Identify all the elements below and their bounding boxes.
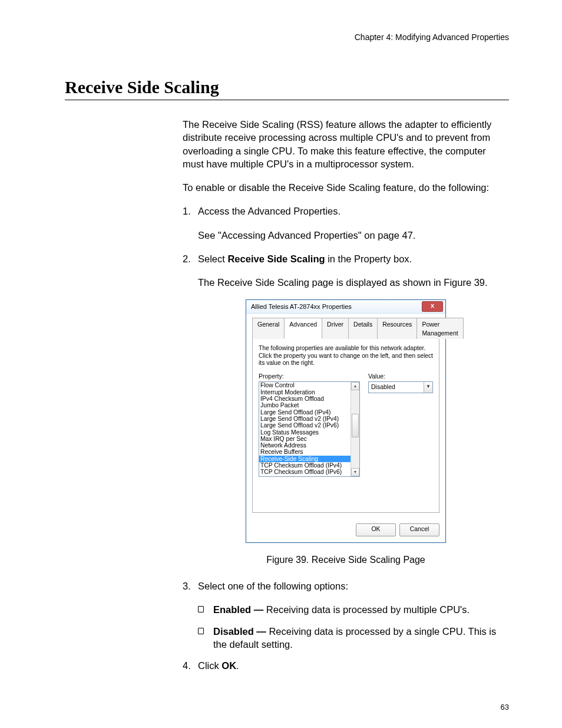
step-2: 2. Select Receive Side Scaling in the Pr… [183, 252, 509, 289]
step-4-number: 4. [183, 659, 198, 672]
property-listbox[interactable]: Flow ControlInterrupt ModerationIPv4 Che… [259, 381, 360, 477]
step-2-number: 2. [183, 252, 198, 289]
properties-dialog: Allied Telesis AT-2874xx Properties x Ge… [246, 299, 446, 543]
step-2-line-1: Select Receive Side Scaling in the Prope… [198, 252, 509, 265]
dialog-tabs: General Advanced Driver Details Resource… [252, 317, 439, 338]
property-list-item[interactable]: Large Send Offload v2 (IPv4) [259, 416, 351, 422]
lead-paragraph: To enable or disable the Receive Side Sc… [183, 181, 509, 194]
cancel-button[interactable]: Cancel [399, 523, 439, 536]
listbox-scrollbar[interactable]: ▴ ▾ [351, 382, 359, 476]
value-label: Value: [368, 372, 433, 380]
ok-button[interactable]: OK [356, 523, 396, 536]
intro-paragraph: The Receive Side Scaling (RSS) feature a… [183, 118, 509, 170]
panel-description: The following properties are available f… [259, 345, 433, 368]
property-list-item[interactable]: IPv4 Checksum Offload [259, 396, 351, 402]
step-1-line-2: See "Accessing Advanced Properties" on p… [198, 229, 509, 242]
chapter-header: Chapter 4: Modifying Advanced Properties [65, 32, 509, 42]
step-4: 4. Click OK. [183, 659, 509, 672]
close-icon[interactable]: x [422, 301, 443, 312]
step-3: 3. Select one of the following options: [183, 579, 509, 592]
page-number: 63 [501, 703, 509, 711]
tab-details[interactable]: Details [348, 318, 378, 338]
tab-power-management[interactable]: Power Management [416, 318, 463, 338]
step-1-number: 1. [183, 205, 198, 242]
chevron-down-icon[interactable]: ▼ [424, 382, 432, 393]
tab-advanced[interactable]: Advanced [284, 318, 322, 338]
figure-39: Allied Telesis AT-2874xx Properties x Ge… [183, 299, 509, 566]
property-list-item[interactable]: Log Status Messages [259, 429, 351, 436]
tab-resources[interactable]: Resources [377, 318, 417, 338]
section-title: Receive Side Scaling [65, 77, 509, 100]
step-1-line-1: Access the Advanced Properties. [198, 205, 509, 218]
tab-general[interactable]: General [252, 318, 285, 338]
property-list-item[interactable]: Flow Control [259, 382, 351, 388]
checkbox-icon [198, 606, 204, 612]
tab-panel-advanced: The following properties are available f… [252, 339, 439, 513]
property-list-item[interactable]: Jumbo Packet [259, 402, 351, 409]
body-column: The Receive Side Scaling (RSS) feature a… [183, 118, 509, 672]
property-label: Property: [259, 372, 360, 380]
tab-driver[interactable]: Driver [322, 318, 349, 338]
scroll-up-icon[interactable]: ▴ [351, 382, 359, 390]
step-3-line-1: Select one of the following options: [198, 579, 509, 592]
step-3-option-disabled: Disabled — Receiving data is processed b… [198, 625, 509, 651]
step-4-line-1: Click OK. [198, 659, 509, 672]
step-2-line-2: The Receive Side Scaling page is display… [198, 276, 509, 289]
property-list-item[interactable]: Interrupt Moderation [259, 389, 351, 396]
dialog-titlebar[interactable]: Allied Telesis AT-2874xx Properties x [246, 300, 445, 314]
step-1: 1. Access the Advanced Properties. See "… [183, 205, 509, 242]
property-list-item[interactable]: Max IRQ per Sec [259, 436, 351, 442]
value-dropdown-text: Disabled [369, 382, 424, 393]
property-list-item[interactable]: TCP Checksum Offload (IPv4) [259, 462, 351, 469]
property-list-item[interactable]: Network Address [259, 442, 351, 449]
checkbox-icon [198, 628, 204, 634]
step-3-option-enabled: Enabled — Receiving data is processed by… [198, 603, 509, 616]
page: Chapter 4: Modifying Advanced Properties… [0, 0, 562, 728]
property-list-item[interactable]: Receive Buffers [259, 449, 351, 455]
scroll-down-icon[interactable]: ▾ [351, 468, 359, 476]
figure-caption: Figure 39. Receive Side Scaling Page [183, 554, 509, 566]
scroll-thumb[interactable] [352, 414, 359, 437]
property-list-item[interactable]: Large Send Offload (IPv4) [259, 409, 351, 416]
property-list-item[interactable]: TCP Checksum Offload (IPv6) [259, 469, 351, 475]
property-list-item[interactable]: Receive-Side Scaling [259, 456, 351, 462]
value-dropdown[interactable]: Disabled ▼ [368, 381, 433, 393]
dialog-title: Allied Telesis AT-2874xx Properties [251, 302, 352, 311]
property-list-item[interactable]: Large Send Offload v2 (IPv6) [259, 422, 351, 429]
step-3-number: 3. [183, 579, 198, 592]
